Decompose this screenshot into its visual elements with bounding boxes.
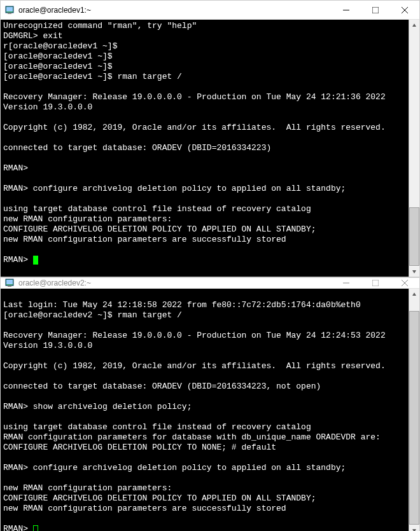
svg-marker-7 [412,24,416,27]
terminal-line [3,351,406,361]
terminal-line [3,194,406,204]
terminal-window-2: oracle@oracledev2:~ Last login: Tue May … [0,277,420,531]
terminal-line [3,321,406,331]
terminal-line: new RMAN configuration parameters are su… [3,235,406,245]
scroll-thumb-1[interactable] [409,207,419,266]
window-title-2: oracle@oracledev2:~ [18,279,332,287]
terminal-line [3,113,406,123]
svg-rect-11 [8,286,11,287]
terminal-line [3,82,406,92]
titlebar-1[interactable]: oracle@oracledev1:~ [1,1,419,20]
terminal-line: new RMAN configuration parameters are su… [3,504,406,514]
terminal-line: Recovery Manager: Release 19.0.0.0.0 - P… [3,92,406,102]
terminal-line: using target database control file inste… [3,422,406,432]
maximize-button[interactable] [361,1,390,19]
scroll-track-1[interactable] [409,31,419,266]
terminal-line: using target database control file inste… [3,204,406,214]
cursor [33,256,38,265]
scroll-down-button[interactable] [409,525,419,531]
terminal-line: RMAN> [3,524,406,531]
terminal-line [3,153,406,163]
terminal-line: CONFIGURE ARCHIVELOG DELETION POLICY TO … [3,443,406,453]
terminal-line: Copyright (c) 1982, 2019, Oracle and/or … [3,123,406,133]
scroll-up-button[interactable] [409,20,419,31]
svg-rect-2 [8,13,11,14]
window-title-1: oracle@oracledev1:~ [18,6,332,15]
terminal-line: [oracle@oracledev1 ~]$ [3,62,406,72]
terminal-line: Version 19.3.0.0.0 [3,102,406,113]
svg-rect-10 [6,280,13,284]
terminal-output-2[interactable]: Last login: Tue May 24 12:18:58 2022 fro… [1,289,409,531]
terminal-line [3,412,406,422]
terminal-output-1[interactable]: Unrecognized command "rman", try "help"D… [1,20,409,277]
terminal-wrap-2: Last login: Tue May 24 12:18:58 2022 fro… [1,289,419,531]
window-buttons-1 [332,1,419,19]
terminal-line: [oracle@oracledev2 ~]$ rman target / [3,310,406,321]
terminal-line [3,133,406,143]
terminal-line [3,245,406,255]
svg-rect-1 [6,7,13,11]
terminal-line: Copyright (c) 1982, 2019, Oracle and/or … [3,361,406,371]
scrollbar-1[interactable] [409,20,419,277]
minimize-button[interactable] [332,278,361,288]
terminal-line [3,290,406,300]
terminal-line [3,453,406,463]
putty-icon [4,278,15,288]
svg-marker-16 [412,293,416,296]
minimize-button[interactable] [332,1,361,19]
terminal-line: RMAN configuration parameters for databa… [3,432,406,443]
terminal-line: [oracle@oracledev1 ~]$ rman target / [3,72,406,82]
terminal-line: CONFIGURE ARCHIVELOG DELETION POLICY TO … [3,493,406,504]
terminal-line: RMAN> configure archivelog deletion poli… [3,463,406,473]
terminal-line: new RMAN configuration parameters: [3,483,406,493]
terminal-line: RMAN> [3,255,406,265]
terminal-line: CONFIGURE ARCHIVELOG DELETION POLICY TO … [3,224,406,235]
svg-marker-8 [412,270,416,273]
titlebar-2[interactable]: oracle@oracledev2:~ [1,278,419,289]
terminal-window-1: oracle@oracledev1:~ Unrecognized command… [0,0,420,277]
scroll-thumb-2[interactable] [409,311,419,525]
terminal-line [3,371,406,382]
terminal-line: r[oracle@oracledev1 ~]$ [3,41,406,52]
svg-rect-4 [372,7,379,13]
window-buttons-2 [332,278,419,288]
terminal-line: Unrecognized command "rman", try "help" [3,21,406,31]
svg-marker-17 [412,529,416,532]
maximize-button[interactable] [361,278,390,288]
terminal-line: Version 19.3.0.0.0 [3,341,406,351]
scroll-up-button[interactable] [409,289,419,300]
terminal-line: RMAN> [3,163,406,174]
terminal-line [3,473,406,483]
scrollbar-2[interactable] [409,289,419,531]
terminal-line: RMAN> configure archivelog deletion poli… [3,184,406,194]
terminal-line: connected to target database: ORADEV (DB… [3,382,406,392]
terminal-wrap-1: Unrecognized command "rman", try "help"D… [1,20,419,277]
terminal-line [3,514,406,524]
terminal-line: Last login: Tue May 24 12:18:58 2022 fro… [3,300,406,310]
terminal-line: RMAN> show archivelog deletion policy; [3,402,406,412]
terminal-line [3,174,406,184]
svg-rect-13 [372,280,379,286]
terminal-line: connected to target database: ORADEV (DB… [3,143,406,153]
cursor [33,525,38,531]
scroll-track-2[interactable] [409,300,419,525]
terminal-line [3,392,406,402]
terminal-line: new RMAN configuration parameters: [3,214,406,224]
scroll-down-button[interactable] [409,266,419,277]
close-button[interactable] [390,1,419,19]
terminal-line: Recovery Manager: Release 19.0.0.0.0 - P… [3,331,406,341]
terminal-line: [oracle@oracledev1 ~]$ [3,52,406,62]
terminal-line: DGMGRL> exit [3,31,406,41]
close-button[interactable] [390,278,419,288]
putty-icon [4,5,15,15]
